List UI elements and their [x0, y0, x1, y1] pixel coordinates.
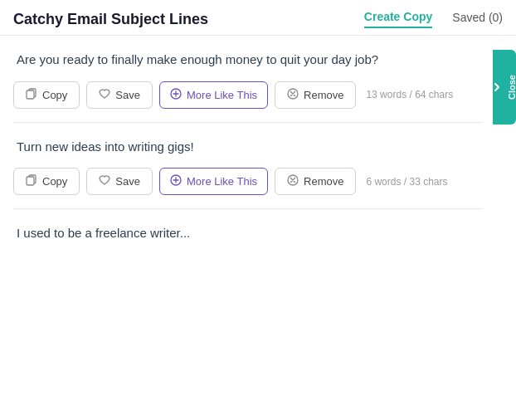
result-item: Are you ready to finally make enough mon…	[13, 36, 483, 123]
more-like-this-label: More Like This	[187, 89, 257, 101]
save-label: Save	[115, 89, 140, 101]
result-text: Are you ready to finally make enough mon…	[13, 51, 483, 70]
x-circle-icon	[287, 88, 299, 102]
x-circle-icon	[287, 174, 299, 188]
plus-circle-icon	[170, 174, 182, 188]
tab-saved[interactable]: Saved (0)	[452, 11, 503, 27]
copy-button[interactable]: Copy	[13, 168, 80, 195]
close-icon	[492, 82, 502, 92]
save-label: Save	[115, 175, 140, 188]
word-count: 6 words / 33 chars	[366, 176, 447, 188]
plus-circle-icon	[170, 88, 182, 102]
more-like-this-label: More Like This	[187, 175, 257, 188]
svg-rect-3	[27, 177, 34, 185]
result-item: Turn new ideas into writing gigs! Copy	[13, 123, 483, 210]
heart-icon	[99, 174, 110, 188]
copy-label: Copy	[42, 175, 67, 188]
copy-button[interactable]: Copy	[13, 81, 80, 109]
result-actions: Copy Save More Like This	[13, 168, 483, 195]
copy-icon	[26, 174, 37, 188]
remove-button[interactable]: Remove	[275, 81, 356, 109]
save-button[interactable]: Save	[86, 81, 153, 109]
result-text: I used to be a freelance writer...	[13, 224, 483, 243]
result-actions: Copy Save More Like This	[13, 81, 483, 109]
tab-create-copy[interactable]: Create Copy	[364, 10, 432, 28]
close-sidebar-button[interactable]: Close	[493, 50, 516, 125]
close-label: Close	[507, 75, 516, 100]
save-button[interactable]: Save	[86, 168, 153, 195]
word-count: 13 words / 64 chars	[366, 89, 453, 100]
copy-label: Copy	[42, 89, 67, 101]
more-like-this-button[interactable]: More Like This	[159, 81, 268, 109]
remove-label: Remove	[304, 89, 343, 101]
copy-icon	[26, 88, 37, 102]
heart-icon	[99, 88, 110, 102]
remove-label: Remove	[304, 175, 343, 188]
svg-rect-0	[27, 90, 34, 99]
result-item: I used to be a freelance writer...	[13, 209, 483, 268]
page-title: Catchy Email Subject Lines	[13, 11, 208, 28]
more-like-this-button[interactable]: More Like This	[159, 168, 268, 195]
header: Catchy Email Subject Lines Create Copy S…	[0, 0, 516, 36]
results-container: Are you ready to finally make enough mon…	[0, 36, 516, 268]
remove-button[interactable]: Remove	[275, 168, 356, 195]
result-text: Turn new ideas into writing gigs!	[13, 138, 483, 157]
header-tabs: Create Copy Saved (0)	[364, 10, 503, 28]
